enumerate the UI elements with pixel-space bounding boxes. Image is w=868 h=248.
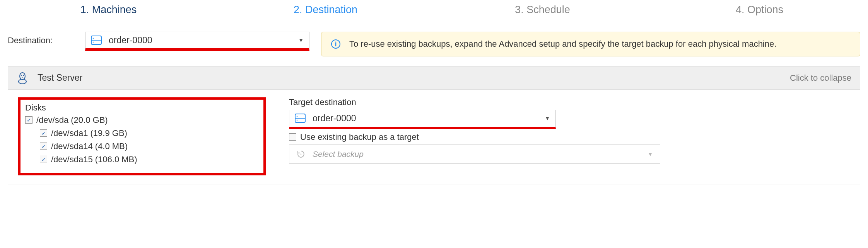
disk-icon — [91, 36, 102, 45]
destination-select[interactable]: order-0000 ▼ — [85, 32, 309, 51]
disk-icon — [295, 114, 306, 123]
undo-icon — [296, 149, 306, 159]
target-destination-value: order-0000 — [313, 113, 356, 124]
checkbox-use-existing[interactable]: ✓ — [289, 133, 296, 141]
svg-point-10 — [23, 75, 24, 75]
checkbox-partition-2[interactable]: ✓ — [40, 143, 47, 150]
step-options[interactable]: 4. Options — [651, 4, 868, 16]
partition-3-label: /dev/sda15 (106.0 MB) — [51, 155, 137, 165]
server-panel-body: Disks ✓ /dev/sda (20.0 GB) ✓ /dev/sda1 (… — [8, 90, 860, 185]
info-text: To re-use existing backups, expand the A… — [349, 38, 776, 50]
step-destination[interactable]: 2. Destination — [217, 4, 434, 16]
target-section: Target destination order-0000 ▼ ✓ Use ex… — [277, 97, 850, 175]
svg-point-3 — [93, 42, 94, 43]
collapse-toggle[interactable]: Click to collapse — [790, 73, 851, 83]
server-name: Test Server — [38, 73, 82, 83]
target-title: Target destination — [289, 97, 850, 107]
disks-section: Disks ✓ /dev/sda (20.0 GB) ✓ /dev/sda1 (… — [18, 97, 266, 175]
checkbox-partition-1[interactable]: ✓ — [40, 129, 47, 137]
info-banner: To re-use existing backups, expand the A… — [321, 32, 860, 56]
svg-point-5 — [335, 41, 336, 42]
destination-row: Destination: order-0000 ▼ To re-use exis… — [0, 23, 868, 65]
info-icon — [331, 38, 341, 49]
svg-rect-6 — [335, 43, 337, 46]
disk-partition-row: ✓ /dev/sda14 (4.0 MB) — [25, 140, 259, 153]
svg-point-14 — [297, 120, 298, 121]
step-machines[interactable]: 1. Machines — [0, 4, 217, 16]
svg-point-9 — [21, 75, 22, 75]
chevron-down-icon: ▼ — [545, 115, 550, 121]
destination-value: order-0000 — [109, 35, 152, 46]
server-panel: Test Server Click to collapse Disks ✓ /d… — [8, 66, 860, 185]
disks-title: Disks — [25, 103, 259, 113]
chevron-down-icon: ▼ — [648, 151, 653, 157]
partition-1-label: /dev/sda1 (19.9 GB) — [51, 128, 127, 138]
disk-root-label: /dev/sda (20.0 GB) — [36, 115, 108, 125]
select-backup-dropdown: Select backup ▼ — [289, 144, 660, 164]
server-panel-header[interactable]: Test Server Click to collapse — [8, 67, 860, 90]
checkbox-partition-3[interactable]: ✓ — [40, 156, 47, 163]
wizard-steps: 1. Machines 2. Destination 3. Schedule 4… — [0, 0, 868, 23]
use-existing-label: Use existing backup as a target — [300, 132, 419, 142]
disk-root-row: ✓ /dev/sda (20.0 GB) — [25, 114, 259, 127]
step-schedule[interactable]: 3. Schedule — [434, 4, 651, 16]
target-destination-select[interactable]: order-0000 ▼ — [289, 110, 556, 129]
chevron-down-icon: ▼ — [298, 37, 304, 43]
linux-icon — [17, 71, 28, 85]
svg-point-8 — [20, 73, 25, 80]
svg-point-13 — [297, 116, 298, 117]
svg-point-15 — [301, 153, 302, 155]
use-existing-row: ✓ Use existing backup as a target — [289, 132, 850, 142]
select-backup-placeholder: Select backup — [313, 149, 364, 159]
checkbox-disk-root[interactable]: ✓ — [25, 116, 32, 124]
disk-partition-row: ✓ /dev/sda15 (106.0 MB) — [25, 153, 259, 166]
disk-partition-row: ✓ /dev/sda1 (19.9 GB) — [25, 127, 259, 140]
partition-2-label: /dev/sda14 (4.0 MB) — [51, 141, 128, 151]
svg-point-2 — [93, 38, 94, 39]
destination-label: Destination: — [8, 32, 73, 46]
